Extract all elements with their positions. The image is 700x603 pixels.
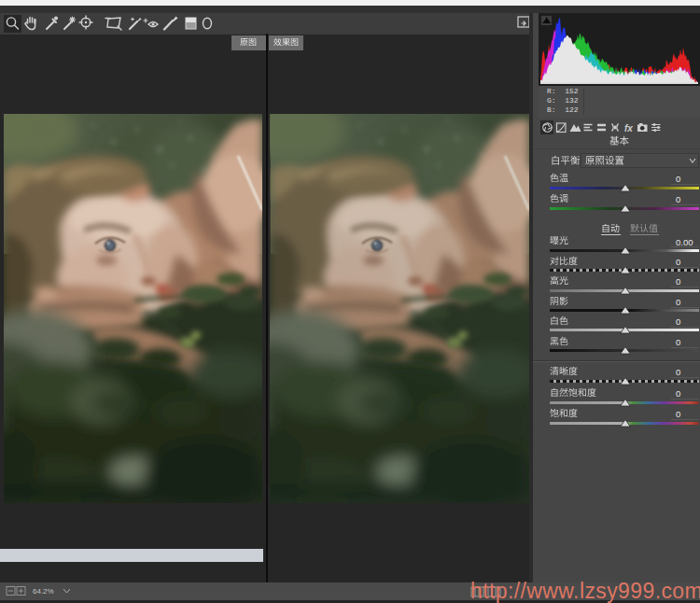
svg-text:fx: fx: [624, 123, 633, 133]
